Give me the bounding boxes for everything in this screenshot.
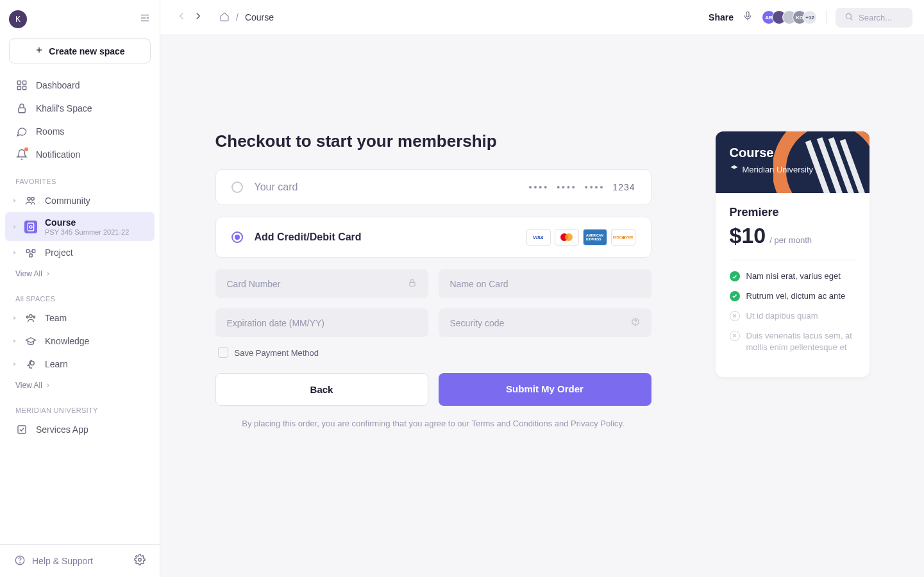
chevron-right-icon bbox=[12, 247, 18, 258]
view-all-favorites[interactable]: View All bbox=[5, 264, 155, 283]
space-item-learn[interactable]: Learn bbox=[5, 353, 155, 376]
home-icon[interactable] bbox=[219, 12, 230, 24]
team-icon bbox=[24, 312, 37, 324]
search-placeholder: Search... bbox=[859, 13, 892, 22]
save-payment-checkbox[interactable]: Save Payment Method bbox=[218, 347, 651, 358]
plan-header-sub: Meridian University bbox=[730, 164, 855, 175]
discover-logo: DISCVER bbox=[611, 229, 635, 246]
topbar: / Course Share AB KO +12 Search... bbox=[160, 0, 924, 35]
avatar-more: +12 bbox=[803, 10, 817, 24]
nav-notification[interactable]: Notification bbox=[5, 143, 155, 166]
svg-marker-13 bbox=[13, 225, 15, 229]
chevron-right-icon bbox=[12, 222, 18, 232]
svg-point-32 bbox=[139, 558, 142, 562]
cvv-placeholder: Security code bbox=[450, 318, 505, 328]
favorites-section-label: FAVORITES bbox=[5, 166, 155, 189]
fav-course-sub: PSY 345 Summer 2021-22 bbox=[45, 228, 129, 236]
save-payment-label: Save Payment Method bbox=[235, 348, 319, 358]
card-mask: •••••••••••• 1234 bbox=[529, 182, 635, 192]
expiry-input[interactable]: Expiration date (MM/YY) bbox=[215, 308, 428, 337]
fav-course-label: Course bbox=[45, 217, 129, 228]
help-support-button[interactable]: Help & Support bbox=[14, 555, 93, 568]
share-button[interactable]: Share bbox=[709, 12, 734, 22]
svg-marker-27 bbox=[13, 362, 15, 366]
people-icon bbox=[24, 194, 37, 207]
plan-feature: Ut id dapibus quam bbox=[730, 310, 855, 322]
checkbox-icon bbox=[218, 347, 228, 358]
svg-marker-16 bbox=[13, 251, 15, 255]
card-number-input[interactable]: Card Number bbox=[215, 269, 428, 298]
meridian-services-app[interactable]: Services App bbox=[5, 418, 155, 441]
svg-rect-5 bbox=[17, 81, 21, 84]
fav-item-course[interactable]: Course PSY 345 Summer 2021-22 bbox=[5, 212, 155, 241]
user-avatar[interactable]: K bbox=[9, 10, 27, 28]
back-button[interactable]: Back bbox=[215, 373, 428, 406]
fav-item-project[interactable]: Project bbox=[5, 241, 155, 264]
nav-rooms[interactable]: Rooms bbox=[5, 120, 155, 143]
svg-rect-9 bbox=[19, 108, 26, 113]
space-item-knowledge[interactable]: Knowledge bbox=[5, 330, 155, 353]
lock-icon bbox=[15, 102, 28, 115]
cvv-input[interactable]: Security code bbox=[439, 308, 651, 337]
view-all-spaces[interactable]: View All bbox=[5, 376, 155, 395]
plan-feature: Duis venenatis lacus sem, at mollis enim… bbox=[730, 330, 855, 355]
checkout-form: Checkout to start your membership Your c… bbox=[215, 131, 651, 577]
collapse-sidebar-icon[interactable] bbox=[139, 12, 151, 26]
check-icon bbox=[730, 291, 740, 301]
settings-icon[interactable] bbox=[134, 554, 146, 568]
svg-point-23 bbox=[29, 315, 33, 318]
x-icon bbox=[730, 311, 740, 321]
svg-point-11 bbox=[28, 197, 31, 201]
mic-icon[interactable] bbox=[743, 11, 753, 24]
name-placeholder: Name on Card bbox=[450, 279, 508, 289]
plan-header-title: Course bbox=[730, 146, 855, 160]
plan-feature-text: Nam nisi erat, varius eget bbox=[746, 271, 841, 283]
pay-option-add-card[interactable]: Add Credit/Debit Card VISA AMERICANEXPRE… bbox=[215, 217, 651, 258]
submit-order-button[interactable]: Submit My Order bbox=[439, 373, 651, 406]
nav-my-space[interactable]: Khalil's Space bbox=[5, 97, 155, 120]
search-input[interactable]: Search... bbox=[836, 8, 912, 28]
mastercard-logo bbox=[555, 229, 579, 246]
svg-point-25 bbox=[33, 316, 35, 318]
checkout-title: Checkout to start your membership bbox=[215, 131, 651, 151]
name-on-card-input[interactable]: Name on Card bbox=[439, 269, 651, 298]
help-icon[interactable] bbox=[631, 317, 640, 328]
fav-item-community[interactable]: Community bbox=[5, 189, 155, 212]
nav-my-space-label: Khalil's Space bbox=[36, 103, 92, 113]
plan-feature-text: Rutrum vel, dictum ac ante bbox=[746, 290, 846, 303]
cap-icon bbox=[24, 335, 37, 347]
decor-icon bbox=[773, 131, 869, 193]
head-icon bbox=[24, 358, 37, 371]
bell-icon bbox=[15, 148, 28, 161]
space-knowledge-label: Knowledge bbox=[45, 336, 89, 346]
space-item-team[interactable]: Team bbox=[5, 306, 155, 330]
checkbox-icon bbox=[15, 423, 28, 436]
plan-header: Course Meridian University bbox=[716, 131, 869, 193]
chat-icon bbox=[15, 125, 28, 138]
plan-feature-text: Ut id dapibus quam bbox=[746, 310, 818, 322]
nav-dashboard[interactable]: Dashboard bbox=[5, 74, 155, 97]
svg-rect-18 bbox=[32, 250, 35, 253]
chevron-right-icon bbox=[12, 196, 18, 206]
nav-back-icon[interactable] bbox=[176, 10, 187, 24]
avatar-stack[interactable]: AB KO +12 bbox=[762, 10, 817, 24]
nav-forward-icon[interactable] bbox=[192, 10, 204, 24]
course-icon bbox=[24, 221, 37, 233]
radio-selected bbox=[231, 231, 243, 243]
chevron-right-icon bbox=[12, 336, 18, 346]
create-space-button[interactable]: Create new space bbox=[9, 38, 151, 63]
svg-rect-7 bbox=[17, 87, 21, 90]
help-label: Help & Support bbox=[32, 556, 93, 566]
svg-point-39 bbox=[635, 324, 635, 324]
plus-icon bbox=[35, 46, 44, 56]
svg-point-15 bbox=[29, 226, 32, 228]
pay-option-existing-card[interactable]: Your card •••••••••••• 1234 bbox=[215, 169, 651, 205]
svg-point-28 bbox=[30, 362, 34, 365]
breadcrumb-current[interactable]: Course bbox=[245, 12, 274, 22]
allspaces-section-label: All SPACES bbox=[5, 283, 155, 306]
sidebar: K Create new space Dashboard Khalil's Sp… bbox=[0, 0, 160, 577]
plan-tier: Premiere bbox=[730, 206, 855, 219]
svg-rect-6 bbox=[23, 81, 26, 84]
grid-icon bbox=[15, 79, 28, 92]
add-card-label: Add Credit/Debit Card bbox=[255, 231, 526, 243]
